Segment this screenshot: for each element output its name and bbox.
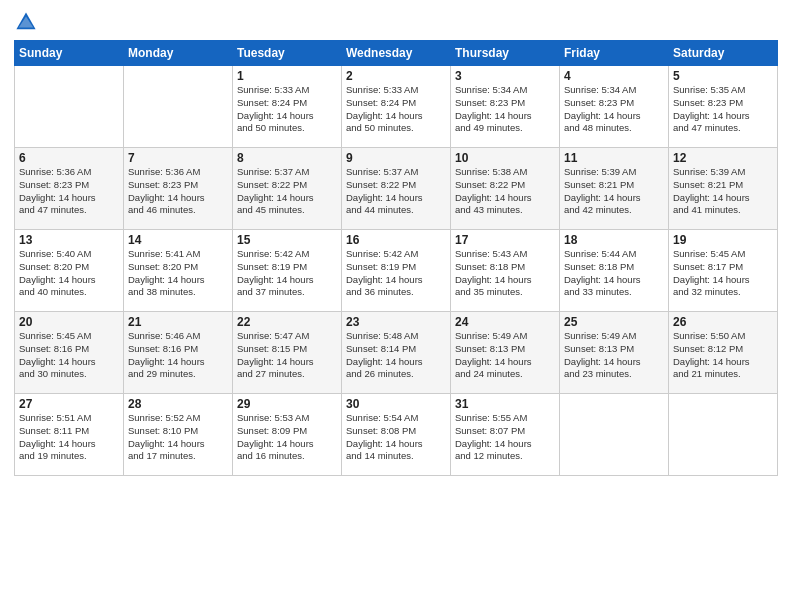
day-info: Sunrise: 5:37 AM Sunset: 8:22 PM Dayligh… [237, 166, 337, 217]
day-cell-8: 8Sunrise: 5:37 AM Sunset: 8:22 PM Daylig… [233, 148, 342, 230]
day-info: Sunrise: 5:41 AM Sunset: 8:20 PM Dayligh… [128, 248, 228, 299]
day-cell-2: 2Sunrise: 5:33 AM Sunset: 8:24 PM Daylig… [342, 66, 451, 148]
day-info: Sunrise: 5:49 AM Sunset: 8:13 PM Dayligh… [564, 330, 664, 381]
day-info: Sunrise: 5:38 AM Sunset: 8:22 PM Dayligh… [455, 166, 555, 217]
weekday-header-sunday: Sunday [15, 41, 124, 66]
day-number: 2 [346, 69, 446, 83]
day-number: 17 [455, 233, 555, 247]
day-number: 25 [564, 315, 664, 329]
day-info: Sunrise: 5:37 AM Sunset: 8:22 PM Dayligh… [346, 166, 446, 217]
day-number: 23 [346, 315, 446, 329]
day-number: 7 [128, 151, 228, 165]
logo [14, 10, 42, 34]
calendar-table: SundayMondayTuesdayWednesdayThursdayFrid… [14, 40, 778, 476]
day-cell-20: 20Sunrise: 5:45 AM Sunset: 8:16 PM Dayli… [15, 312, 124, 394]
weekday-header-thursday: Thursday [451, 41, 560, 66]
day-info: Sunrise: 5:34 AM Sunset: 8:23 PM Dayligh… [455, 84, 555, 135]
day-info: Sunrise: 5:45 AM Sunset: 8:16 PM Dayligh… [19, 330, 119, 381]
day-cell-14: 14Sunrise: 5:41 AM Sunset: 8:20 PM Dayli… [124, 230, 233, 312]
day-info: Sunrise: 5:35 AM Sunset: 8:23 PM Dayligh… [673, 84, 773, 135]
day-cell-22: 22Sunrise: 5:47 AM Sunset: 8:15 PM Dayli… [233, 312, 342, 394]
day-number: 26 [673, 315, 773, 329]
header [14, 10, 778, 34]
day-info: Sunrise: 5:42 AM Sunset: 8:19 PM Dayligh… [346, 248, 446, 299]
day-cell-13: 13Sunrise: 5:40 AM Sunset: 8:20 PM Dayli… [15, 230, 124, 312]
day-info: Sunrise: 5:47 AM Sunset: 8:15 PM Dayligh… [237, 330, 337, 381]
day-info: Sunrise: 5:44 AM Sunset: 8:18 PM Dayligh… [564, 248, 664, 299]
week-row-1: 1Sunrise: 5:33 AM Sunset: 8:24 PM Daylig… [15, 66, 778, 148]
day-number: 1 [237, 69, 337, 83]
day-number: 24 [455, 315, 555, 329]
day-number: 19 [673, 233, 773, 247]
day-info: Sunrise: 5:40 AM Sunset: 8:20 PM Dayligh… [19, 248, 119, 299]
empty-cell [15, 66, 124, 148]
day-info: Sunrise: 5:46 AM Sunset: 8:16 PM Dayligh… [128, 330, 228, 381]
day-number: 11 [564, 151, 664, 165]
day-info: Sunrise: 5:36 AM Sunset: 8:23 PM Dayligh… [128, 166, 228, 217]
week-row-3: 13Sunrise: 5:40 AM Sunset: 8:20 PM Dayli… [15, 230, 778, 312]
logo-icon [14, 10, 38, 34]
day-cell-6: 6Sunrise: 5:36 AM Sunset: 8:23 PM Daylig… [15, 148, 124, 230]
day-number: 22 [237, 315, 337, 329]
day-cell-25: 25Sunrise: 5:49 AM Sunset: 8:13 PM Dayli… [560, 312, 669, 394]
day-number: 15 [237, 233, 337, 247]
week-row-2: 6Sunrise: 5:36 AM Sunset: 8:23 PM Daylig… [15, 148, 778, 230]
day-cell-23: 23Sunrise: 5:48 AM Sunset: 8:14 PM Dayli… [342, 312, 451, 394]
day-number: 28 [128, 397, 228, 411]
day-info: Sunrise: 5:39 AM Sunset: 8:21 PM Dayligh… [673, 166, 773, 217]
day-number: 9 [346, 151, 446, 165]
weekday-header-friday: Friday [560, 41, 669, 66]
day-cell-18: 18Sunrise: 5:44 AM Sunset: 8:18 PM Dayli… [560, 230, 669, 312]
day-number: 12 [673, 151, 773, 165]
empty-cell [560, 394, 669, 476]
weekday-header-wednesday: Wednesday [342, 41, 451, 66]
day-info: Sunrise: 5:43 AM Sunset: 8:18 PM Dayligh… [455, 248, 555, 299]
day-number: 21 [128, 315, 228, 329]
day-cell-10: 10Sunrise: 5:38 AM Sunset: 8:22 PM Dayli… [451, 148, 560, 230]
day-cell-30: 30Sunrise: 5:54 AM Sunset: 8:08 PM Dayli… [342, 394, 451, 476]
empty-cell [669, 394, 778, 476]
day-cell-24: 24Sunrise: 5:49 AM Sunset: 8:13 PM Dayli… [451, 312, 560, 394]
day-cell-15: 15Sunrise: 5:42 AM Sunset: 8:19 PM Dayli… [233, 230, 342, 312]
day-info: Sunrise: 5:53 AM Sunset: 8:09 PM Dayligh… [237, 412, 337, 463]
day-info: Sunrise: 5:50 AM Sunset: 8:12 PM Dayligh… [673, 330, 773, 381]
empty-cell [124, 66, 233, 148]
day-cell-3: 3Sunrise: 5:34 AM Sunset: 8:23 PM Daylig… [451, 66, 560, 148]
day-number: 30 [346, 397, 446, 411]
day-info: Sunrise: 5:55 AM Sunset: 8:07 PM Dayligh… [455, 412, 555, 463]
day-cell-5: 5Sunrise: 5:35 AM Sunset: 8:23 PM Daylig… [669, 66, 778, 148]
day-cell-27: 27Sunrise: 5:51 AM Sunset: 8:11 PM Dayli… [15, 394, 124, 476]
day-cell-19: 19Sunrise: 5:45 AM Sunset: 8:17 PM Dayli… [669, 230, 778, 312]
day-info: Sunrise: 5:39 AM Sunset: 8:21 PM Dayligh… [564, 166, 664, 217]
day-info: Sunrise: 5:36 AM Sunset: 8:23 PM Dayligh… [19, 166, 119, 217]
weekday-header-saturday: Saturday [669, 41, 778, 66]
day-number: 5 [673, 69, 773, 83]
day-info: Sunrise: 5:52 AM Sunset: 8:10 PM Dayligh… [128, 412, 228, 463]
day-cell-21: 21Sunrise: 5:46 AM Sunset: 8:16 PM Dayli… [124, 312, 233, 394]
day-number: 18 [564, 233, 664, 247]
day-cell-16: 16Sunrise: 5:42 AM Sunset: 8:19 PM Dayli… [342, 230, 451, 312]
day-cell-7: 7Sunrise: 5:36 AM Sunset: 8:23 PM Daylig… [124, 148, 233, 230]
day-cell-4: 4Sunrise: 5:34 AM Sunset: 8:23 PM Daylig… [560, 66, 669, 148]
day-info: Sunrise: 5:42 AM Sunset: 8:19 PM Dayligh… [237, 248, 337, 299]
day-number: 14 [128, 233, 228, 247]
day-number: 27 [19, 397, 119, 411]
day-number: 10 [455, 151, 555, 165]
day-cell-17: 17Sunrise: 5:43 AM Sunset: 8:18 PM Dayli… [451, 230, 560, 312]
weekday-header-monday: Monday [124, 41, 233, 66]
day-info: Sunrise: 5:33 AM Sunset: 8:24 PM Dayligh… [237, 84, 337, 135]
week-row-4: 20Sunrise: 5:45 AM Sunset: 8:16 PM Dayli… [15, 312, 778, 394]
day-info: Sunrise: 5:49 AM Sunset: 8:13 PM Dayligh… [455, 330, 555, 381]
day-number: 29 [237, 397, 337, 411]
day-info: Sunrise: 5:33 AM Sunset: 8:24 PM Dayligh… [346, 84, 446, 135]
day-cell-12: 12Sunrise: 5:39 AM Sunset: 8:21 PM Dayli… [669, 148, 778, 230]
day-cell-9: 9Sunrise: 5:37 AM Sunset: 8:22 PM Daylig… [342, 148, 451, 230]
day-number: 20 [19, 315, 119, 329]
day-number: 16 [346, 233, 446, 247]
day-cell-1: 1Sunrise: 5:33 AM Sunset: 8:24 PM Daylig… [233, 66, 342, 148]
day-cell-31: 31Sunrise: 5:55 AM Sunset: 8:07 PM Dayli… [451, 394, 560, 476]
day-info: Sunrise: 5:54 AM Sunset: 8:08 PM Dayligh… [346, 412, 446, 463]
day-number: 31 [455, 397, 555, 411]
day-info: Sunrise: 5:45 AM Sunset: 8:17 PM Dayligh… [673, 248, 773, 299]
page: SundayMondayTuesdayWednesdayThursdayFrid… [0, 0, 792, 612]
